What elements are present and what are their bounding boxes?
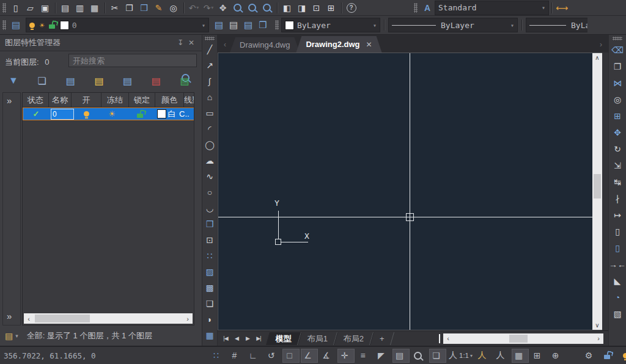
linetype-combo[interactable]: ByLayer ▾ <box>388 18 518 32</box>
explode-icon[interactable]: ▧ <box>611 305 624 322</box>
tab-scroll-right-icon[interactable]: › <box>596 40 606 49</box>
next-tab-button[interactable]: ▶ <box>242 332 253 344</box>
new-file-icon[interactable]: ▯ <box>9 1 23 14</box>
model-tab[interactable]: 模型 <box>266 332 301 345</box>
fillet-icon[interactable]: ◔ <box>611 289 624 305</box>
set-current-layer-icon[interactable]: ▤ <box>177 75 192 87</box>
hatch-icon[interactable]: ▨ <box>203 264 216 280</box>
doc-tab-drawing4[interactable]: Drawing4.dwg ✕ <box>230 37 300 53</box>
tab-scroll-left-icon[interactable]: ‹ <box>220 40 230 49</box>
region-icon[interactable]: ❏ <box>203 296 216 311</box>
ellipse-icon[interactable]: ○ <box>203 184 216 200</box>
line-icon[interactable]: ╱ <box>203 42 216 57</box>
layer-linetype-cell[interactable]: C.. <box>179 109 190 118</box>
col-lock[interactable]: 锁定 <box>129 93 155 107</box>
table-icon[interactable]: ▦ <box>203 327 216 343</box>
layer-search-input[interactable] <box>68 54 197 67</box>
annotation-visibility-toggle[interactable]: 人 <box>475 349 492 363</box>
col-status[interactable]: 状态 <box>23 93 49 107</box>
break-icon[interactable]: ▯ <box>611 239 624 256</box>
osnap-tracking-toggle[interactable]: ∠ <box>301 349 318 363</box>
dynamic-ucs-toggle[interactable]: ∡ <box>319 349 336 363</box>
polyline-icon[interactable]: ∫ <box>203 73 216 89</box>
chamfer-icon[interactable]: ◣ <box>611 272 624 289</box>
pan-realtime-icon[interactable]: ✥ <box>216 1 230 14</box>
pin-icon[interactable]: ↧ <box>175 38 186 47</box>
layer-row-0[interactable]: ✓ 0 ☀ 白 C.. <box>23 107 194 120</box>
layer-name-cell[interactable]: 0 <box>51 109 74 120</box>
layer-table-hscrollbar[interactable]: ‹ › <box>24 313 193 324</box>
rectangle-icon[interactable]: ▭ <box>203 105 216 121</box>
layer-previous-icon[interactable]: ▤ <box>226 19 241 32</box>
scroll-right-icon[interactable]: › <box>183 315 193 322</box>
arc-icon[interactable]: ◜ <box>203 121 216 137</box>
quick-calculator-icon[interactable]: ⊞ <box>324 1 339 14</box>
preview-zoom-icon[interactable] <box>411 349 428 363</box>
new-layout-tab[interactable]: + <box>370 332 394 345</box>
coordinates-readout[interactable]: 356.7022, 61.1665, 0 <box>4 351 208 360</box>
wipeout-icon[interactable]: ◗ <box>203 311 216 327</box>
delete-layer-icon[interactable]: ▤ <box>149 75 163 87</box>
copy-object-icon[interactable]: ❐ <box>611 58 624 75</box>
col-freeze[interactable]: 冻结 <box>101 93 129 107</box>
publish-icon[interactable]: ▦ <box>87 1 102 14</box>
annotation-scale-control[interactable]: 人 1:1 ▾ <box>447 349 474 363</box>
layer-thaw-icon[interactable]: ☀ <box>108 109 116 118</box>
toolbar-grip[interactable] <box>205 37 215 40</box>
layer-settings-icon[interactable]: ▤ <box>63 75 78 87</box>
canvas-hscrollbar[interactable]: ‹ › <box>443 333 603 344</box>
make-block-icon[interactable]: ⊡ <box>203 232 216 248</box>
expand-filter-bottom-button[interactable]: » <box>7 311 12 321</box>
save-icon[interactable]: ▣ <box>38 1 53 14</box>
toolbar-grip[interactable] <box>414 3 418 13</box>
settings-gear-icon[interactable]: ⚙ <box>580 349 597 363</box>
color-combo[interactable]: ByLayer ▾ <box>281 18 380 32</box>
zoom-realtime-icon[interactable] <box>230 1 245 14</box>
copy-icon[interactable]: ❐ <box>122 1 137 14</box>
layout1-tab[interactable]: 布局1 <box>298 332 337 345</box>
auto-annotation-scale-toggle[interactable]: 人 <box>493 349 510 363</box>
dimension-style-icon[interactable]: ⟷ <box>554 1 569 14</box>
toolbar-grip[interactable] <box>613 37 622 40</box>
ellipse-arc-icon[interactable]: ◡ <box>203 200 216 216</box>
new-layer-icon[interactable]: ▤ <box>92 75 106 87</box>
spline-icon[interactable]: ∿ <box>203 169 216 184</box>
close-icon[interactable]: ✕ <box>186 38 197 47</box>
layer-filter-icon[interactable]: ▼ <box>6 75 21 87</box>
point-icon[interactable]: ∷ <box>203 248 216 264</box>
text-style-combo[interactable]: Standard ▾ <box>435 1 549 15</box>
print-preview-icon[interactable]: ▥ <box>73 1 87 14</box>
scroll-left-icon[interactable]: ‹ <box>443 333 453 344</box>
text-style-icon[interactable]: A <box>420 1 435 14</box>
quick-view-layers-toggle[interactable]: ▤ <box>392 349 410 363</box>
sheet-set-icon[interactable]: ⊞ <box>530 349 547 363</box>
make-layer-current-icon[interactable]: ▤ <box>212 19 226 32</box>
layer-unlock-icon[interactable] <box>137 114 143 118</box>
col-on[interactable]: 开 <box>72 93 101 107</box>
toolbar-grip[interactable] <box>2 3 6 13</box>
expand-filter-tree-button[interactable]: » <box>7 95 12 106</box>
new-frozen-layer-icon[interactable]: ▤ <box>120 75 135 87</box>
help-icon[interactable]: ? <box>344 1 359 14</box>
scroll-down-icon[interactable]: ∨ <box>592 322 602 329</box>
match-properties-icon[interactable]: ✎ <box>152 1 166 14</box>
layer-settings-icon[interactable]: ▤ <box>5 331 13 341</box>
lock-ui-icon[interactable] <box>598 349 616 363</box>
circle-icon[interactable]: ◯ <box>203 137 216 153</box>
zoom-previous-icon[interactable] <box>260 1 274 14</box>
scroll-left-icon[interactable]: ‹ <box>24 315 34 322</box>
join-icon[interactable]: →← <box>611 256 624 272</box>
dynamic-input-toggle[interactable]: ✛ <box>337 349 355 363</box>
gradient-icon[interactable]: ▩ <box>203 280 216 296</box>
array-icon[interactable]: ⊞ <box>611 107 624 124</box>
last-tab-button[interactable]: ▶| <box>253 332 264 344</box>
ray-icon[interactable]: ↗ <box>203 57 216 73</box>
stretch-icon[interactable]: ↹ <box>611 173 624 190</box>
trim-icon[interactable]: ∤ <box>611 190 624 206</box>
scale-icon[interactable]: ⇲ <box>611 157 624 173</box>
layer-color-swatch[interactable] <box>157 109 166 118</box>
update-icon[interactable]: ⊕ <box>548 349 565 363</box>
doc-tab-drawing2[interactable]: Drawing2.dwg ✕ <box>296 36 381 53</box>
col-color[interactable]: 颜色 <box>155 93 184 107</box>
lineweight-combo[interactable]: ByLayer <box>526 18 587 32</box>
